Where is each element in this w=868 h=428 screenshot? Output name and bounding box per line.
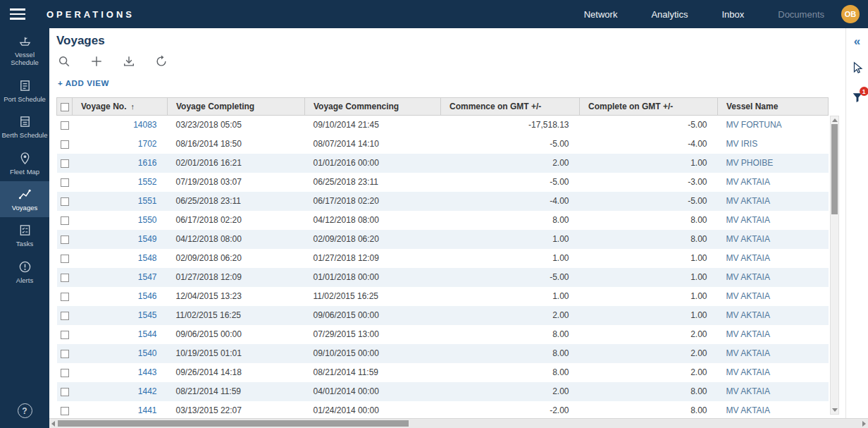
row-checkbox[interactable]	[61, 159, 69, 168]
table-row[interactable]: 154904/12/2018 08:0002/09/2018 06:201.00…	[57, 230, 829, 249]
voyage-no-link[interactable]: 1616	[138, 158, 157, 168]
row-cell-vessel-name: MV AKTAIA	[718, 173, 829, 192]
table-row[interactable]: 155106/25/2018 23:1106/17/2018 02:20-4.0…	[57, 192, 829, 211]
voyage-no-link[interactable]: 1550	[138, 215, 157, 225]
column-header-voyage-commencing[interactable]: Voyage Commencing	[305, 98, 441, 116]
pointer-select-icon[interactable]	[851, 61, 864, 77]
row-cell-voyage-completing: 04/12/2018 08:00	[168, 230, 305, 249]
row-cell-voyage-commencing: 09/06/2015 00:00	[305, 306, 441, 325]
column-header-vessel-name[interactable]: Vessel Name	[718, 98, 829, 116]
sidebar-item-voyages[interactable]: Voyages	[0, 181, 49, 217]
row-checkbox[interactable]	[61, 121, 69, 130]
row-cell-commence-gmt: 8.00	[441, 211, 580, 230]
sidebar-item-alerts[interactable]: Alerts	[0, 254, 49, 290]
table-row[interactable]: 161602/01/2016 16:2101/01/2016 00:002.00…	[57, 154, 829, 173]
row-checkbox[interactable]	[61, 236, 69, 244]
voyage-no-link[interactable]: 1546	[138, 291, 157, 301]
row-checkbox[interactable]	[61, 331, 69, 339]
nav-item-inbox[interactable]: Inbox	[721, 9, 744, 20]
voyage-no-link[interactable]: 1552	[138, 177, 157, 187]
vertical-scrollbar[interactable]	[830, 116, 839, 415]
voyages-table: Voyage No.↑ Voyage Completing Voyage Com…	[56, 97, 828, 418]
table-row[interactable]: 154511/02/2015 16:2509/06/2015 00:002.00…	[57, 306, 829, 325]
row-cell-voyage-commencing: 04/12/2018 08:00	[305, 211, 441, 230]
voyage-no-link[interactable]: 1441	[138, 405, 157, 415]
table-row[interactable]: 154409/06/2015 00:0007/29/2015 13:008.00…	[57, 325, 829, 344]
table-row[interactable]: 144309/26/2014 14:1808/21/2014 11:598.00…	[57, 363, 829, 382]
voyage-no-link[interactable]: 1545	[138, 310, 157, 320]
table-row[interactable]: 144103/13/2015 22:0701/24/2014 00:00-2.0…	[57, 401, 829, 419]
reset-icon[interactable]	[155, 55, 168, 68]
column-header-commence-gmt[interactable]: Commence on GMT +/-	[441, 98, 580, 116]
table-row[interactable]: 154701/27/2018 12:0901/01/2018 00:00-5.0…	[57, 268, 829, 287]
row-checkbox[interactable]	[61, 274, 69, 282]
table-row[interactable]: 144208/21/2014 11:5904/01/2014 00:002.00…	[57, 382, 829, 401]
table-row[interactable]: 154612/04/2015 13:2311/02/2015 16:251.00…	[57, 287, 829, 306]
sidebar-item-vessel-schedule[interactable]: Vessel Schedule	[0, 28, 49, 73]
row-cell-voyage-no: 1548	[73, 249, 168, 268]
row-cell-vessel-name: MV AKTAIA	[718, 306, 829, 325]
add-view-button[interactable]: + ADD VIEW	[58, 79, 109, 87]
row-cell-voyage-no: 1540	[73, 344, 168, 363]
filter-icon[interactable]: 1	[851, 91, 864, 106]
row-checkbox[interactable]	[61, 407, 69, 415]
voyage-no-link[interactable]: 1548	[138, 253, 157, 263]
column-header-voyage-no[interactable]: Voyage No.↑	[73, 98, 168, 116]
table-row[interactable]: 170208/16/2014 18:5008/07/2014 14:10-5.0…	[57, 135, 829, 154]
row-cell-voyage-commencing: 07/29/2015 13:00	[305, 325, 441, 344]
voyage-no-link[interactable]: 1544	[138, 329, 157, 339]
collapse-panel-icon[interactable]: «	[854, 35, 860, 47]
sidebar: Vessel Schedule Port Schedule Berth Sche…	[0, 28, 49, 428]
download-icon[interactable]	[123, 55, 135, 68]
row-checkbox[interactable]	[61, 216, 69, 225]
row-checkbox[interactable]	[61, 388, 69, 396]
scroll-right-icon[interactable]	[862, 421, 866, 427]
voyage-no-link[interactable]: 1443	[138, 367, 157, 377]
sidebar-item-port-schedule[interactable]: Port Schedule	[0, 73, 49, 109]
row-checkbox[interactable]	[61, 369, 69, 377]
voyage-no-link[interactable]: 1551	[138, 196, 157, 206]
scroll-up-icon[interactable]	[832, 118, 838, 122]
row-checkbox[interactable]	[61, 293, 69, 301]
voyage-no-link[interactable]: 14083	[133, 120, 156, 130]
scroll-left-icon[interactable]	[51, 421, 55, 427]
row-checkbox[interactable]	[61, 197, 69, 206]
row-checkbox[interactable]	[61, 350, 69, 358]
menu-icon[interactable]	[10, 0, 38, 28]
row-cell-voyage-no: 1547	[73, 268, 168, 287]
sidebar-item-tasks[interactable]: Tasks	[0, 217, 49, 253]
add-icon[interactable]	[90, 55, 103, 68]
nav-item-analytics[interactable]: Analytics	[651, 9, 688, 20]
sidebar-item-fleet-map[interactable]: Fleet Map	[0, 145, 49, 181]
voyage-no-link[interactable]: 1442	[138, 386, 157, 396]
voyage-no-link[interactable]: 1547	[138, 272, 157, 282]
row-checkbox[interactable]	[61, 312, 69, 320]
voyage-no-link[interactable]: 1540	[138, 348, 157, 358]
select-all-checkbox[interactable]	[61, 103, 69, 111]
nav-item-network[interactable]: Network	[584, 9, 618, 20]
scroll-down-icon[interactable]	[832, 408, 838, 412]
table-row[interactable]: 155006/17/2018 02:2004/12/2018 08:008.00…	[57, 211, 829, 230]
voyage-no-link[interactable]: 1702	[138, 139, 157, 149]
row-cell-voyage-commencing: 06/25/2018 23:11	[305, 173, 441, 192]
column-header-voyage-completing[interactable]: Voyage Completing	[168, 98, 305, 116]
horizontal-scrollbar-thumb[interactable]	[58, 420, 409, 427]
row-checkbox[interactable]	[61, 178, 69, 187]
help-icon[interactable]: ?	[18, 403, 32, 418]
table-row[interactable]: 154010/19/2015 01:0109/10/2015 00:008.00…	[57, 344, 829, 363]
avatar[interactable]: OB	[841, 5, 860, 23]
column-header-complete-gmt[interactable]: Complete on GMT +/-	[580, 98, 718, 116]
vertical-scrollbar-thumb[interactable]	[831, 124, 838, 214]
search-icon[interactable]	[58, 55, 70, 68]
row-checkbox[interactable]	[61, 255, 69, 263]
table-row[interactable]: 155207/19/2018 03:0706/25/2018 23:11-5.0…	[57, 173, 829, 192]
row-checkbox[interactable]	[61, 140, 69, 149]
sidebar-item-berth-schedule[interactable]: Berth Schedule	[0, 109, 49, 145]
voyage-no-link[interactable]: 1549	[138, 234, 157, 244]
row-cell-vessel-name: MV IRIS	[718, 135, 829, 154]
row-cell-voyage-commencing: 06/17/2018 02:20	[305, 192, 441, 211]
table-row[interactable]: 1408303/23/2018 05:0509/10/2014 21:45-17…	[57, 116, 829, 135]
horizontal-scrollbar[interactable]	[49, 418, 868, 428]
table-row[interactable]: 154802/09/2018 06:2001/27/2018 12:091.00…	[57, 249, 829, 268]
nav-item-documents[interactable]: Documents	[778, 9, 824, 20]
